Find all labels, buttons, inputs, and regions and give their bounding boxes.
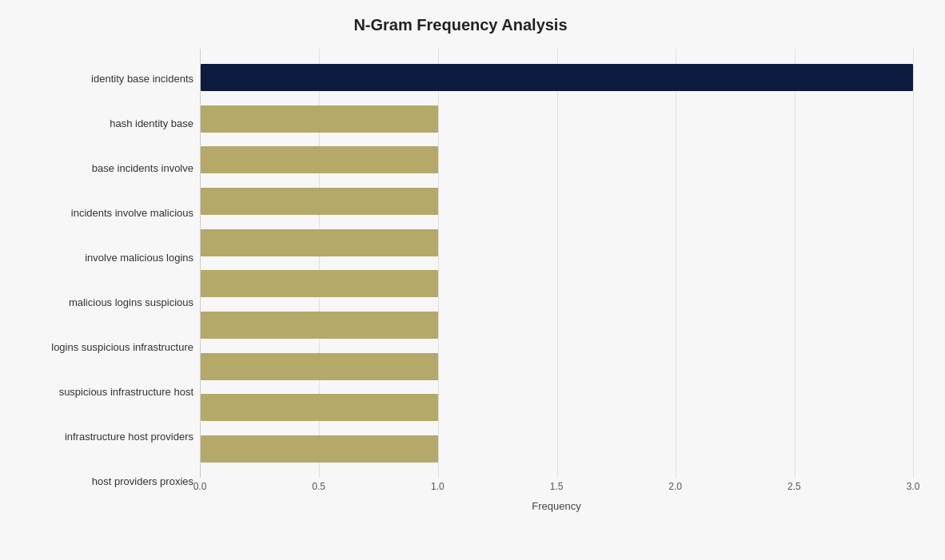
bar-row: [201, 308, 913, 342]
plot-area: 0.00.51.01.52.02.53.0 Frequency: [200, 49, 913, 512]
bar-row: [201, 102, 913, 136]
y-label: hash identity base: [110, 103, 193, 145]
y-axis-labels: identity base incidentshash identity bas…: [8, 49, 200, 512]
y-label: incidents involve malicious: [71, 193, 193, 234]
bar: [201, 146, 438, 173]
x-axis-label: Frequency: [200, 500, 913, 512]
bar-row: [201, 143, 913, 177]
bar: [201, 188, 438, 215]
y-label: identity base incidents: [91, 58, 193, 100]
bar-row: [201, 267, 913, 300]
bar: [201, 353, 438, 380]
y-label: host providers proxies: [92, 461, 193, 502]
x-tick: 1.5: [550, 481, 564, 492]
y-label: suspicious infrastructure host: [59, 371, 193, 413]
bar: [201, 394, 438, 421]
x-tick: 0.0: [193, 481, 207, 492]
bar-row: [201, 226, 913, 260]
bar-row: [201, 432, 913, 466]
y-label: logins suspicious infrastructure: [51, 327, 193, 368]
chart-area: identity base incidentshash identity bas…: [8, 49, 913, 512]
y-label: infrastructure host providers: [65, 416, 193, 458]
chart-title: N-Gram Frequency Analysis: [8, 16, 913, 34]
x-tick: 3.0: [907, 481, 920, 492]
x-tick: 2.5: [788, 481, 801, 492]
bar: [201, 270, 438, 297]
chart-container: N-Gram Frequency Analysis identity base …: [0, 0, 945, 560]
bar-row: [201, 61, 913, 94]
y-label: malicious logins suspicious: [69, 282, 193, 324]
bar-row: [201, 350, 913, 383]
bar-row: [201, 185, 913, 218]
bar: [201, 105, 438, 133]
grid-line: [913, 49, 914, 478]
bar: [201, 229, 438, 256]
y-label: involve malicious logins: [85, 237, 193, 279]
bar: [201, 435, 438, 463]
x-tick: 0.5: [312, 481, 325, 492]
y-label: base incidents involve: [92, 148, 193, 189]
bar-row: [201, 391, 913, 424]
grid-and-bars: [200, 49, 913, 478]
bars-wrapper: [201, 49, 913, 478]
x-axis-container: 0.00.51.01.52.02.53.0 Frequency: [200, 478, 913, 512]
x-tick: 2.0: [668, 481, 682, 492]
bar: [201, 64, 913, 91]
bar: [201, 312, 438, 339]
x-tick: 1.0: [431, 481, 445, 492]
